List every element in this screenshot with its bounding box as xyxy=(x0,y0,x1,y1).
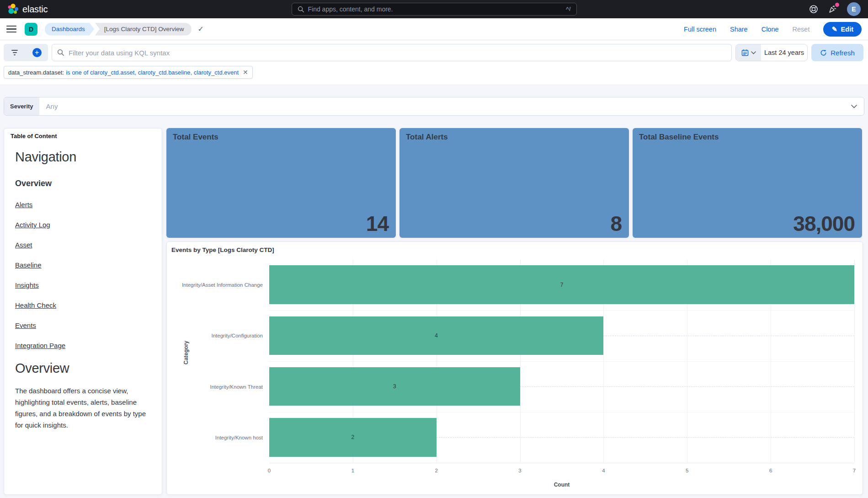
metric-total-baseline-events[interactable]: Total Baseline Events 38,000 xyxy=(633,128,862,238)
toc-link-health-check[interactable]: Health Check xyxy=(15,301,155,309)
severity-label: Severity xyxy=(4,97,39,115)
time-range-value[interactable]: Last 24 years xyxy=(761,49,807,56)
toc-link-activity-log[interactable]: Activity Log xyxy=(15,221,155,229)
severity-value: Any xyxy=(39,102,65,110)
subheader: D Dashboards [Logs Claroty CTD] Overview… xyxy=(0,18,868,85)
filter-icon xyxy=(11,50,18,55)
chart-band: 7 xyxy=(269,259,854,310)
table-of-content-panel: Table of Content Navigation Overview Ale… xyxy=(4,128,162,495)
toc-overview-heading: Overview xyxy=(15,361,155,376)
x-tick-label: 1 xyxy=(351,468,354,473)
metric-total-events[interactable]: Total Events 14 xyxy=(166,128,396,238)
time-picker-button[interactable] xyxy=(736,44,761,61)
chart-plot: 7432 xyxy=(269,259,854,463)
toc-navigation-heading: Navigation xyxy=(15,150,155,165)
metric-value: 38,000 xyxy=(793,211,855,236)
chart-title: Events by Type [Logs Claroty CTD] xyxy=(171,246,274,253)
bar-value-label: 7 xyxy=(560,282,564,288)
x-tick-label: 4 xyxy=(602,468,605,473)
breadcrumb-current[interactable]: [Logs Claroty CTD] Overview xyxy=(95,23,192,36)
category-label: Integrity/Known host xyxy=(167,435,263,440)
panel-title: Table of Content xyxy=(11,133,155,139)
user-avatar[interactable]: E xyxy=(847,2,861,16)
global-search-input[interactable]: Find apps, content, and more. ^/ xyxy=(292,3,577,16)
metric-title: Total Events xyxy=(173,133,218,142)
help-icon[interactable] xyxy=(809,4,819,14)
category-label: Integrity/Known Threat xyxy=(167,384,263,390)
toc-link-events[interactable]: Events xyxy=(15,321,155,329)
kql-search-input[interactable]: Filter your data using KQL syntax xyxy=(52,44,732,61)
chart-band: 2 xyxy=(269,412,854,463)
toc-description: The dashboard offers a concise view, hig… xyxy=(15,385,155,431)
space-badge[interactable]: D xyxy=(25,23,37,36)
chevron-down-icon xyxy=(751,51,756,54)
metric-value: 8 xyxy=(610,211,622,236)
add-filter-button[interactable]: + xyxy=(26,44,48,61)
global-header: elastic Find apps, content, and more. ^/ xyxy=(0,0,868,18)
chevron-down-icon xyxy=(851,105,857,108)
edit-button[interactable]: ✎ Edit xyxy=(823,22,862,37)
chart-x-axis-title: Count xyxy=(554,482,570,488)
header-actions: E xyxy=(809,2,861,16)
metric-value: 14 xyxy=(366,211,389,236)
elastic-logo[interactable]: elastic xyxy=(6,3,48,15)
search-icon xyxy=(298,6,304,13)
x-tick-label: 0 xyxy=(268,468,271,473)
toc-link-alerts[interactable]: Alerts xyxy=(15,201,155,209)
chart-category-labels: Integrity/Asset Information ChangeIntegr… xyxy=(167,259,263,463)
toc-current-item: Overview xyxy=(15,179,155,188)
time-range-control: Last 24 years xyxy=(735,44,808,61)
announcements-icon[interactable] xyxy=(828,4,838,14)
x-tick-label: 2 xyxy=(435,468,438,473)
category-label: Integrity/Configuration xyxy=(167,333,263,338)
share-button[interactable]: Share xyxy=(730,26,748,33)
search-shortcut-hint: ^/ xyxy=(566,6,571,12)
bar-value-label: 2 xyxy=(351,434,355,440)
category-dashed-line xyxy=(437,437,854,438)
menu-icon[interactable] xyxy=(6,26,16,33)
toc-link-baseline[interactable]: Baseline xyxy=(15,261,155,269)
close-icon[interactable]: ✕ xyxy=(243,69,248,76)
saved-check-icon[interactable]: ✓ xyxy=(198,25,204,33)
severity-select[interactable]: Severity Any xyxy=(4,97,864,116)
toc-link-insights[interactable]: Insights xyxy=(15,281,155,289)
calendar-icon xyxy=(741,49,749,56)
filter-pill[interactable]: data_stream.dataset: is one of claroty_c… xyxy=(4,66,253,79)
search-icon xyxy=(57,49,64,56)
category-label: Integrity/Asset Information Change xyxy=(167,282,263,288)
plus-icon: + xyxy=(32,48,42,57)
global-search-placeholder: Find apps, content, and more. xyxy=(308,5,393,13)
clone-button[interactable]: Clone xyxy=(761,26,779,33)
gridline xyxy=(854,259,855,463)
bar-value-label: 3 xyxy=(393,383,396,390)
filter-bar: data_stream.dataset: is one of claroty_c… xyxy=(0,61,868,79)
events-by-type-chart-panel: Events by Type [Logs Claroty CTD] Catego… xyxy=(166,241,863,495)
x-tick-label: 6 xyxy=(769,468,772,473)
breadcrumb: Dashboards [Logs Claroty CTD] Overview xyxy=(45,23,192,36)
toc-link-integration-page[interactable]: Integration Page xyxy=(15,342,155,349)
filter-button-group: + xyxy=(4,44,48,61)
query-toolbar: + Filter your data using KQL syntax xyxy=(0,40,868,61)
x-tick-label: 3 xyxy=(518,468,521,473)
breadcrumb-dashboards[interactable]: Dashboards xyxy=(45,23,94,36)
filter-value: is one of claroty_ctd.asset, claroty_ctd… xyxy=(66,69,239,76)
filter-menu-button[interactable] xyxy=(4,44,26,61)
category-dashed-line xyxy=(520,386,854,387)
breadcrumb-bar: D Dashboards [Logs Claroty CTD] Overview… xyxy=(0,18,868,40)
metric-title: Total Alerts xyxy=(406,133,448,142)
chart-band: 3 xyxy=(269,361,854,412)
x-tick-label: 5 xyxy=(686,468,688,473)
full-screen-button[interactable]: Full screen xyxy=(684,26,716,33)
reset-button[interactable]: Reset xyxy=(793,26,810,33)
notification-dot xyxy=(835,3,839,7)
metric-title: Total Baseline Events xyxy=(639,133,719,142)
kql-placeholder: Filter your data using KQL syntax xyxy=(69,49,170,57)
x-tick-label: 7 xyxy=(853,468,856,473)
category-dashed-line xyxy=(603,336,854,336)
metric-total-alerts[interactable]: Total Alerts 8 xyxy=(399,128,629,238)
pencil-icon: ✎ xyxy=(831,26,837,33)
dashboard-actions: Full screen Share Clone Reset ✎ Edit xyxy=(684,22,862,37)
logo-wordmark: elastic xyxy=(22,4,48,15)
refresh-button[interactable]: Refresh xyxy=(811,44,863,61)
toc-link-asset[interactable]: Asset xyxy=(15,241,155,249)
